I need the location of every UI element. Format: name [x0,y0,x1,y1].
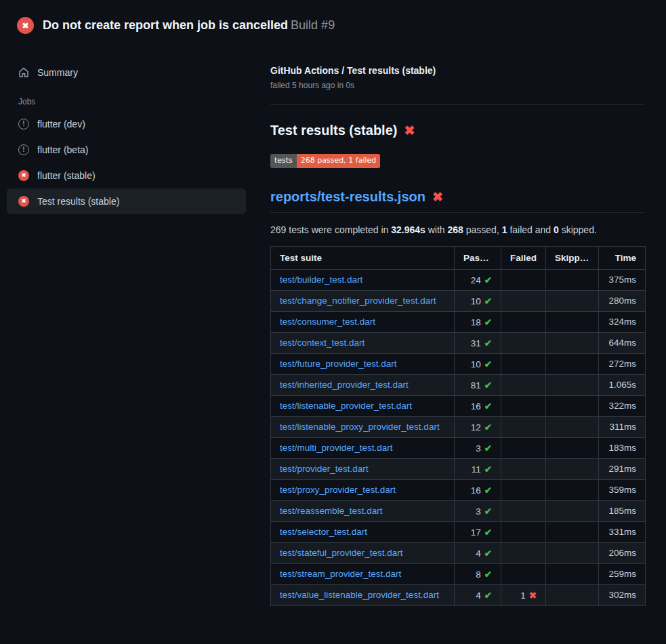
sidebar-item-test-results-stable[interactable]: ✖ Test results (stable) [7,188,246,214]
passed-count: 18 [471,317,481,327]
breadcrumb: GitHub Actions / Test results (stable) [270,65,645,76]
passed-count: 3 [476,443,481,454]
suite-cell: test/stateful_provider_test.dart [271,542,455,563]
passed-count: 11 [472,464,481,475]
check-icon: ✔ [484,548,492,559]
test-suite-link[interactable]: test/proxy_provider_test.dart [280,485,396,495]
test-suite-link[interactable]: test/stream_provider_test.dart [280,569,401,579]
check-icon: ✔ [484,296,492,306]
summary-failed: 1 [502,224,507,235]
results-table-body: test/builder_test.dart24✔375mstest/chang… [271,269,646,605]
passed-count: 10 [471,296,481,306]
passed-count: 4 [476,590,481,601]
time-cell: 280ms [599,290,646,311]
time-cell: 644ms [599,332,646,353]
test-suite-link[interactable]: test/stateful_provider_test.dart [280,548,403,558]
sidebar-item-flutter-beta[interactable]: ! flutter (beta) [7,137,246,163]
build-number: Build #9 [291,18,335,32]
suite-cell: test/consumer_test.dart [271,311,455,332]
sidebar-item-label: Summary [37,67,78,78]
passed-cell: 8✔ [455,563,501,584]
failed-cell [501,332,546,353]
table-row: test/value_listenable_provider_test.dart… [271,584,646,605]
check-icon: ✔ [484,359,492,369]
table-row: test/selector_test.dart17✔331ms [271,521,646,542]
passed-cell: 81✔ [455,374,501,395]
table-row: test/reassemble_test.dart3✔185ms [271,500,646,521]
results-table-header: Test suite Passed Failed Skipped Time [271,246,646,269]
passed-cell: 3✔ [455,500,501,521]
passed-cell: 18✔ [455,311,501,332]
check-title: Test results (stable) ✖ [270,123,645,138]
test-suite-link[interactable]: test/consumer_test.dart [280,317,375,327]
test-suite-link[interactable]: test/context_test.dart [280,338,365,348]
job-label: Test results (stable) [37,196,119,207]
passed-cell: 10✔ [455,353,501,374]
passed-cell: 12✔ [455,416,501,437]
test-suite-link[interactable]: test/multi_provider_test.dart [280,443,393,453]
failed-cell [501,542,546,563]
passed-count: 4 [476,548,481,559]
cross-icon: ✖ [529,590,537,601]
failed-cell [501,290,546,311]
check-title-text: Test results (stable) [270,123,397,138]
test-suite-link[interactable]: test/selector_test.dart [280,527,367,537]
passed-count: 16 [471,485,481,496]
test-suite-link[interactable]: test/listenable_provider_test.dart [280,401,412,411]
time-cell: 291ms [599,458,646,479]
test-suite-link[interactable]: test/inherited_provider_test.dart [280,380,409,390]
summary-duration: 32.964s [391,224,425,235]
skipped-cell [546,311,599,332]
skipped-cell [546,584,599,605]
time-cell: 183ms [599,437,646,458]
skipped-cell [546,542,599,563]
skipped-cell [546,521,599,542]
results-table: Test suite Passed Failed Skipped Time te… [270,246,646,606]
suite-cell: test/change_notifier_provider_test.dart [271,290,455,311]
failed-status-icon: ✖ [17,17,34,34]
test-suite-link[interactable]: test/provider_test.dart [280,464,369,474]
table-row: test/listenable_provider_test.dart16✔322… [271,395,646,416]
table-row: test/context_test.dart31✔644ms [271,332,646,353]
check-icon: ✔ [484,317,492,327]
suite-cell: test/listenable_proxy_provider_test.dart [271,416,455,437]
suite-cell: test/reassemble_test.dart [271,500,455,521]
skipped-cell [546,437,599,458]
sidebar-item-summary[interactable]: Summary [7,60,246,85]
badge-value: 268 passed, 1 failed [297,154,380,168]
cancelled-status-icon: ! [18,119,29,129]
skipped-cell [546,332,599,353]
suite-cell: test/provider_test.dart [271,458,455,479]
table-row: test/provider_test.dart11✔291ms [271,458,646,479]
suite-cell: test/builder_test.dart [271,269,455,290]
test-suite-link[interactable]: test/reassemble_test.dart [280,506,383,516]
test-suite-link[interactable]: test/builder_test.dart [280,275,362,285]
sidebar-item-flutter-dev[interactable]: ! flutter (dev) [7,111,246,137]
table-row: test/stateful_provider_test.dart4✔206ms [271,542,646,563]
report-file-link[interactable]: reports/test-results.json [270,189,425,205]
failed-cell [501,416,546,437]
summary-text: skipped. [559,224,597,235]
failed-cell [501,311,546,332]
test-suite-link[interactable]: test/future_provider_test.dart [280,359,397,369]
failed-status-icon: ✖ [18,196,29,207]
time-cell: 185ms [599,500,646,521]
test-suite-link[interactable]: test/listenable_proxy_provider_test.dart [280,422,440,432]
check-icon: ✔ [484,338,492,348]
suite-cell: test/inherited_provider_test.dart [271,374,455,395]
layout: Summary Jobs ! flutter (dev) ! flutter (… [0,49,666,606]
run-status-line: failed 5 hours ago in 0s [270,81,645,90]
cross-mark-icon: ✖ [404,124,415,137]
time-cell: 259ms [599,563,646,584]
test-suite-link[interactable]: test/change_notifier_provider_test.dart [280,296,436,306]
summary-passed: 268 [448,224,463,235]
sidebar-item-flutter-stable[interactable]: ✖ flutter (stable) [7,163,246,188]
table-row: test/stream_provider_test.dart8✔259ms [271,563,646,584]
passed-count: 17 [471,527,481,538]
main-content: GitHub Actions / Test results (stable) f… [254,49,666,606]
table-row: test/change_notifier_provider_test.dart1… [271,290,646,311]
test-suite-link[interactable]: test/value_listenable_provider_test.dart [280,590,439,600]
table-row: test/proxy_provider_test.dart16✔359ms [271,479,646,500]
cross-mark-icon: ✖ [432,190,443,203]
suite-cell: test/stream_provider_test.dart [271,563,455,584]
